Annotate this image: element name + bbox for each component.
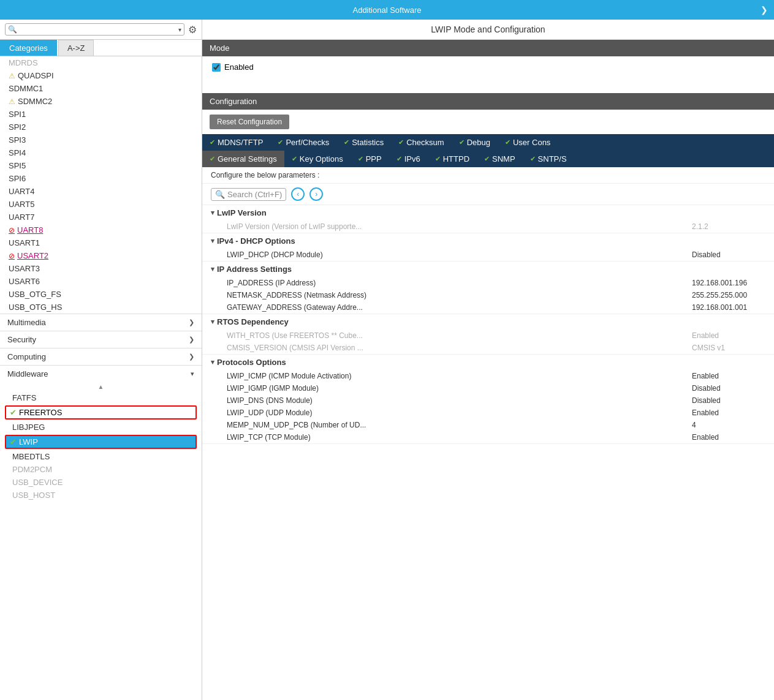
tab-sntp[interactable]: ✔ SNTP/S xyxy=(523,151,574,167)
sidebar-item-usart2[interactable]: ⊘ USART2 xyxy=(0,249,202,262)
sidebar-item-sdmmc2[interactable]: ⚠ SDMMC2 xyxy=(0,95,202,108)
tab-user-cons[interactable]: ✔ User Cons xyxy=(498,134,558,151)
group-ip-address-header[interactable]: ▾ IP Address Settings xyxy=(202,262,774,277)
tab-categories[interactable]: Categories xyxy=(0,40,57,56)
sidebar-item-spi2[interactable]: SPI2 xyxy=(0,121,202,134)
check-icon-ipv6: ✔ xyxy=(396,155,402,163)
sidebar-item-mbedtls[interactable]: MBEDTLS xyxy=(0,450,202,463)
group-ip-address: ▾ IP Address Settings IP_ADDRESS (IP Add… xyxy=(202,262,774,314)
tab-general-settings[interactable]: ✔ General Settings xyxy=(202,151,284,167)
sidebar-item-mdrds[interactable]: MDRDS xyxy=(0,56,202,69)
sidebar-item-usb-otg-hs[interactable]: USB_OTG_HS xyxy=(0,301,202,314)
enabled-label: Enabled xyxy=(224,62,254,72)
check-icon-httpd: ✔ xyxy=(435,155,441,163)
row-ip-address: IP_ADDRESS (IP Address) 192.168.001.196 xyxy=(202,277,774,289)
sidebar-item-libjpeg[interactable]: LIBJPEG xyxy=(0,421,202,434)
tab-az[interactable]: A->Z xyxy=(58,40,94,56)
sidebar-item-usb-host[interactable]: USB_HOST xyxy=(0,489,202,502)
tab-ppp[interactable]: ✔ PPP xyxy=(351,151,389,167)
collapse-arrow-ip-icon: ▾ xyxy=(211,265,214,273)
reset-config-button[interactable]: Reset Configuration xyxy=(210,115,289,129)
row-gateway: GATEWAY_ADDRESS (Gateway Addre... 192.16… xyxy=(202,301,774,314)
row-with-rtos: WITH_RTOS (Use FREERTOS ** Cube... Enabl… xyxy=(202,329,774,342)
row-cmsis-version: CMSIS_VERSION (CMSIS API Version ... CMS… xyxy=(202,342,774,354)
group-protocols-header[interactable]: ▾ Protocols Options xyxy=(202,355,774,370)
security-label: Security xyxy=(7,335,36,344)
sidebar-item-lwip[interactable]: ✔ LWIP xyxy=(5,435,197,449)
content-panel: LWIP Mode and Configuration Mode Enabled… xyxy=(202,20,774,700)
group-dhcp: ▾ IPv4 - DHCP Options LWIP_DHCP (DHCP Mo… xyxy=(202,233,774,262)
check-icon-checksum: ✔ xyxy=(398,138,404,146)
check-icon-freertos: ✔ xyxy=(10,408,17,417)
main-layout: 🔍 ▾ ⚙ Categories A->Z MDRDS ⚠ QUADSPI SD… xyxy=(0,20,774,700)
mode-section: Enabled xyxy=(202,56,774,93)
enabled-checkbox[interactable] xyxy=(212,63,221,72)
sidebar-item-sdmmc1[interactable]: SDMMC1 xyxy=(0,82,202,95)
gear-icon[interactable]: ⚙ xyxy=(188,24,197,36)
check-icon-snmp: ✔ xyxy=(484,155,490,163)
sidebar-item-uart7[interactable]: UART7 xyxy=(0,211,202,224)
tab-ipv6[interactable]: ✔ IPv6 xyxy=(389,151,428,167)
tabs-row-2: ✔ General Settings ✔ Key Options ✔ PPP ✔… xyxy=(202,151,774,167)
sidebar-item-uart8[interactable]: ⊘ UART8 xyxy=(0,224,202,236)
sidebar-item-spi3[interactable]: SPI3 xyxy=(0,134,202,146)
sidebar-item-uart5[interactable]: UART5 xyxy=(0,198,202,211)
collapse-arrow-icon: ▾ xyxy=(211,209,214,217)
tab-mdns-tftp[interactable]: ✔ MDNS/TFTP xyxy=(202,134,270,151)
tab-debug[interactable]: ✔ Debug xyxy=(452,134,498,151)
up-arrow[interactable]: ▲ xyxy=(0,382,202,391)
check-icon-ppp: ✔ xyxy=(358,155,363,163)
top-bar: Additional Software ❯ xyxy=(0,0,774,20)
tab-key-options[interactable]: ✔ Key Options xyxy=(284,151,351,167)
cancel-icon-usart2: ⊘ xyxy=(9,252,15,260)
sidebar-item-usart3[interactable]: USART3 xyxy=(0,262,202,275)
tab-snmp[interactable]: ✔ SNMP xyxy=(477,151,523,167)
check-icon-sntp: ✔ xyxy=(530,155,536,163)
collapse-arrow-dhcp-icon: ▾ xyxy=(211,237,214,245)
collapse-arrow-protocols-icon: ▾ xyxy=(211,358,214,366)
middleware-arrow-icon: ▾ xyxy=(191,370,194,378)
check-icon-debug: ✔ xyxy=(459,138,465,146)
tab-statistics[interactable]: ✔ Statistics xyxy=(336,134,391,151)
tab-httpd[interactable]: ✔ HTTPD xyxy=(428,151,477,167)
sidebar-section-multimedia[interactable]: Multimedia ❯ xyxy=(0,314,202,331)
computing-label: Computing xyxy=(7,352,46,361)
sidebar-item-spi5[interactable]: SPI5 xyxy=(0,159,202,172)
sidebar-item-uart4[interactable]: UART4 xyxy=(0,185,202,198)
search-icon: 🔍 xyxy=(8,25,17,34)
sidebar-item-fatfs[interactable]: FATFS xyxy=(0,391,202,404)
search-input[interactable] xyxy=(20,25,176,34)
sidebar-item-usart6[interactable]: USART6 xyxy=(0,275,202,288)
sidebar-item-pdm2pcm[interactable]: PDM2PCM xyxy=(0,463,202,476)
sidebar-section-computing[interactable]: Computing ❯ xyxy=(0,348,202,365)
row-lwip-icmp: LWIP_ICMP (ICMP Module Activation) Enabl… xyxy=(202,370,774,382)
multimedia-arrow-icon: ❯ xyxy=(189,318,194,326)
warn-icon: ⚠ xyxy=(9,72,15,80)
group-dhcp-header[interactable]: ▾ IPv4 - DHCP Options xyxy=(202,233,774,249)
sidebar-item-usart1[interactable]: USART1 xyxy=(0,236,202,249)
dropdown-arrow-icon: ▾ xyxy=(178,26,181,33)
config-section: Reset Configuration ✔ MDNS/TFTP ✔ Perf/C… xyxy=(202,110,774,700)
check-icon-key: ✔ xyxy=(292,155,297,163)
search-box: 🔍 ▾ xyxy=(5,23,184,36)
sidebar-item-usb-device[interactable]: USB_DEVICE xyxy=(0,476,202,489)
sidebar-item-spi1[interactable]: SPI1 xyxy=(0,108,202,121)
tab-checksum[interactable]: ✔ Checksum xyxy=(391,134,451,151)
tab-perf-checks[interactable]: ✔ Perf/Checks xyxy=(270,134,336,151)
sidebar-item-quadspi[interactable]: ⚠ QUADSPI xyxy=(0,69,202,82)
config-section-header: Configuration xyxy=(202,93,774,110)
group-lwip-version: ▾ LwIP Version LwIP Version (Version of … xyxy=(202,205,774,233)
group-rtos-header[interactable]: ▾ RTOS Dependency xyxy=(202,314,774,329)
sidebar-item-spi6[interactable]: SPI6 xyxy=(0,172,202,185)
group-protocols: ▾ Protocols Options LWIP_ICMP (ICMP Modu… xyxy=(202,355,774,444)
cancel-icon-uart8: ⊘ xyxy=(9,226,15,235)
sidebar-item-usb-otg-fs[interactable]: USB_OTG_FS xyxy=(0,288,202,301)
sidebar-item-freertos[interactable]: ✔ FREERTOS xyxy=(5,405,197,420)
sidebar-section-middleware[interactable]: Middleware ▾ xyxy=(0,365,202,382)
check-icon-general: ✔ xyxy=(210,155,215,163)
config-subtitle: Configure the below parameters : xyxy=(202,167,774,184)
sidebar-item-spi4[interactable]: SPI4 xyxy=(0,146,202,159)
group-lwip-version-header[interactable]: ▾ LwIP Version xyxy=(202,205,774,220)
sidebar-section-security[interactable]: Security ❯ xyxy=(0,331,202,348)
warn-icon-sdmmc2: ⚠ xyxy=(9,97,15,106)
